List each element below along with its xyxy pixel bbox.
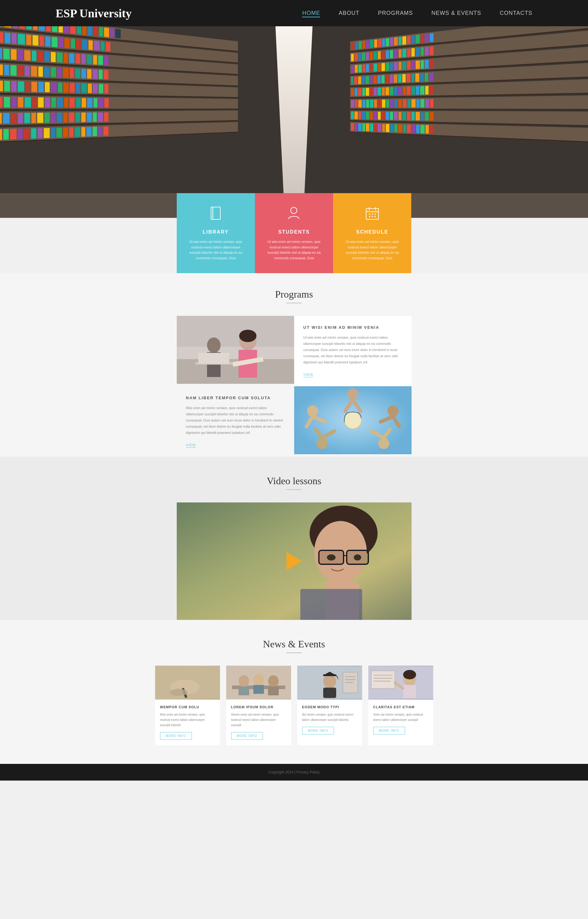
svg-point-16	[372, 216, 373, 217]
program-content-1: UT WISI ENIM AD MINIM VENIA Ut wisi enim…	[294, 316, 412, 386]
svg-point-62	[170, 689, 187, 696]
news-card-title-2: LOREM IPSUM DOLOR	[231, 705, 286, 709]
footer-separator: |	[294, 770, 296, 774]
hero-slider	[0, 26, 588, 218]
programs-title: Programs	[0, 289, 588, 300]
svg-rect-19	[177, 316, 294, 347]
news-card-text-4: Xeim ad minim veniam, quis nostrud exerc…	[373, 712, 428, 722]
nav-link-contacts[interactable]: CONTACTS	[500, 10, 532, 16]
svg-rect-68	[253, 685, 263, 694]
students-title: STUDENTS	[264, 229, 324, 235]
features-inner: LIBRARY Ut wisi enim ad minim veniam, qu…	[177, 193, 412, 273]
news-card-1: WEMPOR CUM SOLU Wisi enim ad minim venia…	[155, 665, 220, 745]
news-card-body-2: LOREM IPSUM DOLOR Senim enim ad minim ve…	[226, 699, 291, 745]
nav-item-home[interactable]: HOME	[302, 10, 320, 16]
news-card-body-4: CLARITAS EST ETIAM Xeim ad minim veniam,…	[368, 699, 433, 740]
news-card-image-2	[226, 665, 291, 699]
video-title: Video lessons	[0, 475, 588, 487]
svg-rect-77	[323, 688, 336, 698]
nav-item-contacts[interactable]: CONTACTS	[500, 10, 532, 16]
schedule-desc: Ut wisi enim ad minim veniam, quis nostr…	[342, 239, 402, 261]
feature-schedule[interactable]: SCHEDULE Ut wisi enim ad minim veniam, q…	[333, 193, 411, 273]
video-container[interactable]	[177, 502, 412, 620]
more-info-btn-3[interactable]: MORE INFO	[302, 727, 334, 735]
video-divider	[286, 489, 302, 490]
programs-section: Programs	[0, 273, 588, 457]
program-subtitle-2: NAM LIBER TEMPOR CUM SOLUTA	[186, 396, 285, 400]
news-grid: WEMPOR CUM SOLU Wisi enim ad minim venia…	[155, 665, 433, 745]
svg-point-67	[253, 674, 263, 686]
navbar: ESP University HOME ABOUT PROGRAMS NEWS …	[0, 0, 588, 26]
nav-link-home[interactable]: HOME	[302, 10, 320, 17]
library-icon	[186, 205, 246, 225]
shelf-row	[0, 95, 238, 110]
more-info-btn-2[interactable]: MORE INFO	[231, 732, 263, 740]
svg-point-21	[207, 338, 221, 353]
nav-link-news[interactable]: NEWS & EVENTS	[431, 10, 481, 16]
students-icon	[264, 205, 324, 225]
nav-item-programs[interactable]: PROGRAMS	[378, 10, 413, 16]
more-info-btn-4[interactable]: MORE INFO	[373, 727, 405, 735]
svg-point-88	[403, 670, 416, 680]
news-divider	[286, 653, 302, 653]
nav-link-about[interactable]: ABOUT	[339, 10, 359, 16]
footer-privacy-link[interactable]: Privacy Policy	[297, 770, 320, 774]
shelf-right	[348, 26, 588, 208]
news-card-text-1: Wisi enim ad minim veniam, quis nostrud …	[160, 712, 215, 728]
footer-copyright: Copyright 2014	[268, 770, 294, 774]
library-desc: Ut wisi enim ad minim veniam, quis nostr…	[186, 239, 246, 261]
schedule-title: SCHEDULE	[342, 229, 402, 235]
svg-point-76	[337, 678, 339, 680]
program-image-sports	[294, 386, 412, 454]
nav-link-programs[interactable]: PROGRAMS	[378, 10, 413, 16]
news-card-image-4	[368, 665, 433, 699]
programs-grid: UT WISI ENIM AD MINIM VENIA Ut wisi enim…	[177, 316, 412, 457]
svg-point-72	[323, 674, 336, 688]
program-row-1: UT WISI ENIM AD MINIM VENIA Ut wisi enim…	[177, 316, 412, 386]
site-brand: ESP University	[56, 6, 132, 20]
news-section: News & Events WEMPOR CUM SOLU Wisi enim	[0, 620, 588, 764]
nav-links: HOME ABOUT PROGRAMS NEWS & EVENTS CONTAC…	[302, 10, 532, 16]
news-card-title-4: CLARITAS EST ETIAM	[373, 705, 428, 709]
program-view-link-1[interactable]: VIEW	[304, 373, 313, 377]
video-play-button[interactable]	[286, 552, 302, 570]
program-text-2: Wisi enim ad minim veniam, quis nostrud …	[186, 405, 285, 436]
feature-boxes: LIBRARY Ut wisi enim ad minim veniam, qu…	[0, 193, 588, 273]
footer: Copyright 2014 | Privacy Policy	[0, 764, 588, 780]
nav-item-about[interactable]: ABOUT	[339, 10, 359, 16]
svg-point-14	[375, 213, 376, 215]
feature-library[interactable]: LIBRARY Ut wisi enim ad minim veniam, qu…	[177, 193, 255, 273]
program-content-2: NAM LIBER TEMPOR CUM SOLUTA Wisi enim ad…	[177, 386, 294, 457]
svg-point-69	[268, 675, 278, 687]
news-card-body-3: EODEM MODO TYPI Ad minim veniam, quis no…	[297, 699, 362, 740]
shelf-left	[0, 26, 240, 208]
program-view-link-2[interactable]: VIEW	[186, 443, 196, 448]
feature-students[interactable]: STUDENTS Ut wisi enim ad minim veniam, q…	[255, 193, 333, 273]
news-card-image-1	[155, 665, 220, 699]
svg-point-25	[239, 330, 257, 342]
more-info-btn-1[interactable]: MORE INFO	[160, 732, 192, 740]
nav-item-news[interactable]: NEWS & EVENTS	[431, 10, 481, 16]
news-card-text-3: Ad minim veniam, quis nostrud exerci tat…	[302, 712, 357, 722]
shelf-row	[350, 95, 588, 110]
news-card-4: CLARITAS EST ETIAM Xeim ad minim veniam,…	[368, 665, 433, 745]
svg-rect-83	[371, 671, 394, 688]
news-card-title-3: EODEM MODO TYPI	[302, 705, 357, 709]
video-section: Video lessons	[0, 457, 588, 620]
svg-point-15	[369, 216, 370, 217]
students-desc: Ut wisi enim ad minim veniam, quis nostr…	[264, 239, 324, 261]
svg-rect-66	[239, 686, 249, 696]
svg-point-56	[327, 554, 336, 560]
program-row-2: NAM LIBER TEMPOR CUM SOLUTA Wisi enim ad…	[177, 386, 412, 457]
svg-point-31	[344, 412, 362, 429]
svg-point-57	[354, 554, 361, 560]
svg-rect-89	[403, 685, 416, 698]
program-subtitle-1: UT WISI ENIM AD MINIM VENIA	[304, 325, 402, 330]
programs-divider	[286, 302, 302, 304]
program-image-students	[177, 316, 294, 384]
svg-point-65	[239, 675, 249, 687]
svg-rect-58	[300, 589, 362, 620]
news-card-body-1: WEMPOR CUM SOLU Wisi enim ad minim venia…	[155, 699, 220, 745]
news-card-2: LOREM IPSUM DOLOR Senim enim ad minim ve…	[226, 665, 291, 745]
program-text-1: Ut wisi enim ad minim veniam, quis nostr…	[304, 335, 402, 365]
